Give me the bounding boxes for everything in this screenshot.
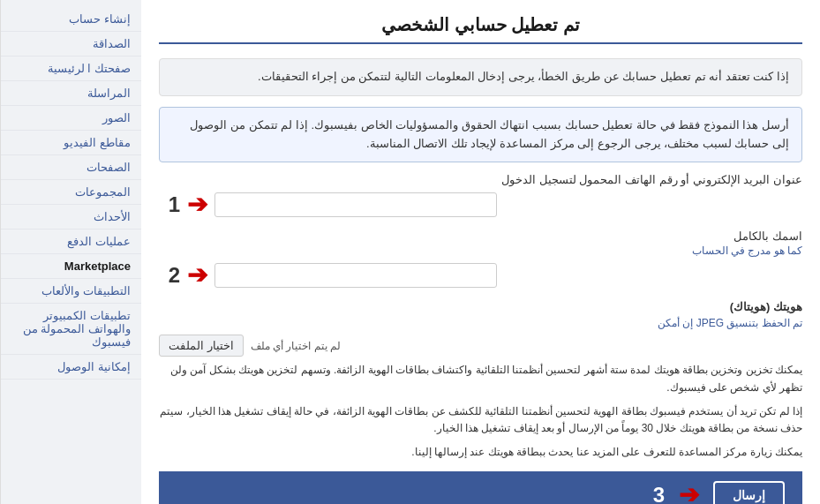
sidebar-item-events[interactable]: الأحداث <box>1 205 141 229</box>
jpeg-note: تم الحفظ بتنسيق JPEG إن أمكن <box>159 317 802 329</box>
sidebar-item-mobile-apps[interactable]: تطبيقات الكمبيوتر والهواتف المحمولة من ف… <box>1 304 141 355</box>
sidebar-item-photos[interactable]: الصور <box>1 106 141 131</box>
arrow2-icon: ➔ <box>187 260 207 290</box>
sidebar-item-groups[interactable]: المجموعات <box>1 180 141 205</box>
fullname-input[interactable] <box>214 263 497 288</box>
step1-number: 1 <box>159 192 180 217</box>
sidebar-item-friendship[interactable]: الصداقة <box>1 32 141 56</box>
arrow3-icon: ➔ <box>679 480 699 504</box>
upload-hint: لم يتم اختيار أي ملف <box>251 340 341 352</box>
sidebar-item-home-page[interactable]: صفحتك ا لرئيسية <box>1 56 141 81</box>
arrow1-icon: ➔ <box>187 190 207 219</box>
sidebar-item-marketplace[interactable]: Marketplace <box>1 254 141 279</box>
blue-info-text: أرسل هذا النموذج فقط في حالة تعطيل حسابك… <box>159 107 802 163</box>
footer-bar: إرسال ➔ 3 <box>159 471 802 504</box>
sidebar-item-videos[interactable]: مقاطع الفيديو <box>1 131 141 155</box>
identity-desc3: يمكنك زيارة مركز المساعدة للتعرف على الم… <box>159 444 802 461</box>
sidebar-item-messages[interactable]: المراسلة <box>1 81 141 106</box>
info-text: إذا كنت تعتقد أنه تم تعطيل حسابك عن طريق… <box>159 58 802 96</box>
identity-title: هويتك (هويتاك) <box>159 300 802 313</box>
upload-button[interactable]: اختيار الملفت <box>159 335 244 357</box>
field2-label: اسمك بالكامل <box>159 229 802 243</box>
step2-number: 2 <box>159 263 180 288</box>
sidebar-item-pages[interactable]: الصفحات <box>1 155 141 180</box>
identity-desc2: إذا لم تكن تريد أن يستخدم فيسبوك بطاقة ا… <box>159 403 802 437</box>
sidebar-item-apps-games[interactable]: التطبيقات والألعاب <box>1 279 141 304</box>
identity-desc1: يمكنك تخزين وتخزين بطاقة هويتك لمدة ستة … <box>159 362 802 395</box>
sidebar-item-payments[interactable]: عمليات الدفع <box>1 229 141 254</box>
sidebar: إنشاء حساب الصداقة صفحتك ا لرئيسية المرا… <box>0 0 141 504</box>
email-phone-input[interactable] <box>214 192 497 217</box>
field1-label: عنوان البريد الإلكتروني أو رقم الهاتف ال… <box>159 173 802 186</box>
sidebar-item-accessibility[interactable]: إمكانية الوصول <box>1 355 141 380</box>
field2-sublabel: كما هو مدرج في الحساب <box>159 244 802 257</box>
step3-number: 3 <box>653 483 665 504</box>
submit-button[interactable]: إرسال <box>713 481 785 504</box>
sidebar-item-create-account[interactable]: إنشاء حساب <box>1 7 141 32</box>
page-title: تم تعطيل حسابي الشخصي <box>159 14 802 44</box>
